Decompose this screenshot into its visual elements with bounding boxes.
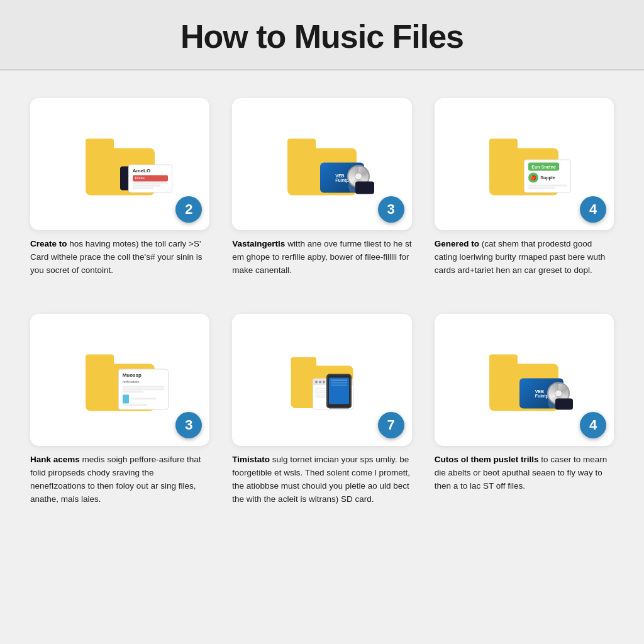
card-4-items: Muossp hoflication xyxy=(86,354,155,411)
card-1-items: AmeLO Roles xyxy=(86,139,155,196)
card-3-image: Eun Snetne 🍎 Supple 4 xyxy=(435,98,614,230)
dark-card-2 xyxy=(355,182,374,194)
card-1-image: AmeLO Roles 2 xyxy=(30,98,209,230)
doc-1: AmeLO Roles xyxy=(128,164,172,192)
card-3-text: Genered to (cat shem that prodestd good … xyxy=(435,238,614,277)
badge-3: 4 xyxy=(580,196,606,223)
dark-card-6 xyxy=(555,398,573,409)
card-6: VEBFuintp 4 Cutos ol them puslet trills … xyxy=(423,305,625,521)
card-1-text: Create to hos having motes) the toll car… xyxy=(30,238,209,277)
tablet-screen-5 xyxy=(329,378,349,404)
badge-1: 2 xyxy=(175,196,202,223)
page-title: How to Music Files xyxy=(13,18,631,55)
card-5-items xyxy=(287,354,357,411)
card-2-image: VEBFuintp 3 xyxy=(232,98,411,230)
card-1: AmeLO Roles 2 Create to hos having motes… xyxy=(19,89,221,292)
badge-4: 3 xyxy=(175,412,202,438)
doc-4: Muossp hoflication xyxy=(118,369,169,409)
card-6-text: Cutos ol them puslet trills to caser to … xyxy=(435,453,614,493)
badge-5: 7 xyxy=(378,412,404,438)
card-2-text: Vastaingertls witth ane ove furme tliest… xyxy=(232,238,411,277)
card-6-items: VEBFuintp xyxy=(489,354,558,411)
doc-3: Eun Snetne 🍎 Supple xyxy=(524,159,571,192)
bottom-grid: Muossp hoflication 3 Hank acems medis so… xyxy=(0,305,644,540)
card-4-image: Muossp hoflication 3 xyxy=(30,314,209,446)
page-header: How to Music Files xyxy=(0,0,644,70)
card-4: Muossp hoflication 3 Hank acems medis so… xyxy=(19,305,221,521)
card-5-image: 7 xyxy=(232,314,411,446)
card-3: Eun Snetne 🍎 Supple 4 Genered to (cat sh… xyxy=(423,89,625,292)
tablet-5 xyxy=(326,374,352,408)
card-4-text: Hank acems medis soigh peffore-asifure t… xyxy=(30,453,209,506)
badge-2: 3 xyxy=(378,196,404,223)
card-3-items: Eun Snetne 🍎 Supple xyxy=(489,139,558,196)
card-5: 7 Timistato sulg tornet imcian your sps … xyxy=(221,305,423,521)
top-grid: AmeLO Roles 2 Create to hos having motes… xyxy=(0,70,644,305)
card-2-items: VEBFuintp xyxy=(287,139,357,196)
card-5-text: Timistato sulg tornet imcian your sps um… xyxy=(232,453,411,506)
tablet-group-5 xyxy=(326,374,352,408)
card-2: VEBFuintp 3 Vastaingertls witth ane ove … xyxy=(221,89,423,292)
card-6-image: VEBFuintp 4 xyxy=(435,314,614,446)
badge-6: 4 xyxy=(580,412,606,438)
